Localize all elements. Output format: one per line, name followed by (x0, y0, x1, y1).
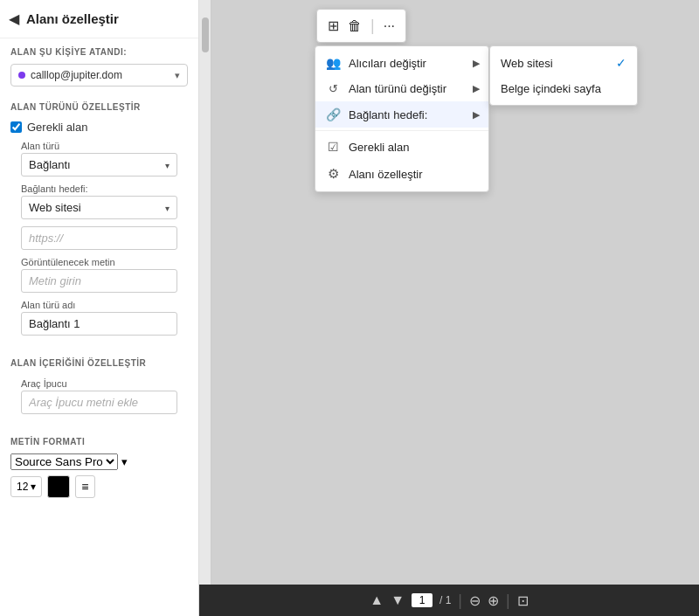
align-icon[interactable]: ≡ (75, 475, 94, 498)
context-menu: 👥 Alıcıları değiştir ▶ ↺ Alan türünü değ… (315, 45, 489, 192)
bottom-separator: | (458, 592, 462, 610)
field-type-name-label: Alan türü adı (21, 300, 177, 310)
menu-item-recipients-label: Alıcıları değiştir (349, 57, 426, 70)
scrollbar[interactable] (199, 0, 211, 585)
field-type-name-input[interactable] (21, 312, 177, 336)
content-label: ALAN İÇERİĞİNİ ÖZELLEŞTİR (0, 350, 198, 371)
tooltip-group: Araç İpucu (21, 378, 177, 414)
content-section: Araç İpucu (0, 371, 198, 428)
color-swatch[interactable] (47, 475, 70, 498)
sub-menu-website-label: Web sitesi (501, 57, 553, 70)
scroll-thumb (202, 17, 209, 52)
link-target-label: Bağlantı hedefi: (21, 183, 177, 194)
menu-item-required[interactable]: ☑ Gerekli alan (315, 134, 488, 160)
floating-toolbar: ⊞ 🗑 | ··· (316, 9, 406, 43)
display-text-label: Görüntülenecek metin (21, 257, 177, 267)
zoom-out-icon[interactable]: ⊖ (469, 592, 481, 609)
tooltip-label: Araç İpucu (21, 378, 177, 389)
field-type-group: Alan türü Bağlantı ▾ (21, 141, 177, 176)
field-type-name-group: Alan türü adı (21, 300, 177, 336)
menu-item-field-type-label: Alan türünü değiştir (349, 82, 446, 95)
canvas-area: ⊞ 🗑 | ··· 👥 Alıcıları değiştir ▶ ↺ Alan … (211, 0, 699, 585)
assigned-email-row[interactable]: calllop@jupiter.dom ▾ (10, 64, 188, 87)
field-type-arrow: ▶ (473, 83, 480, 94)
zoom-in-icon[interactable]: ⊕ (488, 592, 499, 609)
font-select[interactable]: Source Sans Pro (10, 453, 118, 470)
menu-item-required-label: Gerekli alan (349, 141, 409, 154)
assignee-dot (18, 72, 25, 79)
page-input[interactable] (412, 593, 433, 607)
menu-divider (315, 130, 488, 131)
left-panel: ◀ Alanı özelleştir ALAN ŞU KİŞİYE ATANDI… (0, 0, 199, 616)
link-target-group: Bağlantı hedefi: Web sitesi ▾ (21, 183, 177, 219)
panel-title: Alanı özelleştir (26, 11, 119, 26)
toolbar-more-icon[interactable]: ··· (384, 18, 395, 34)
format-label: METİN FORMATI (0, 428, 198, 450)
format-row: 12 ▾ ≡ (10, 475, 188, 498)
menu-item-customize-label: Alanı özelleştir (349, 168, 423, 181)
tooltip-input[interactable] (21, 391, 177, 414)
sub-menu-item-website[interactable]: Web sitesi ✓ (490, 50, 637, 76)
website-check: ✓ (616, 56, 626, 70)
required-checkbox[interactable] (10, 121, 22, 133)
bottom-bar: ▲ ▼ / 1 | ⊖ ⊕ | ⊡ (199, 585, 699, 616)
assignee-email: calllop@jupiter.dom (31, 69, 175, 81)
sub-menu-item-page[interactable]: Belge içindeki sayfa (490, 76, 637, 101)
panel-header: ◀ Alanı özelleştir (0, 0, 198, 38)
toolbar-separator: | (370, 17, 375, 35)
customize-icon: ⚙ (326, 166, 340, 182)
back-icon[interactable]: ◀ (9, 10, 19, 27)
menu-item-field-type[interactable]: ↺ Alan türünü değiştir ▶ (315, 76, 488, 101)
display-text-input[interactable] (21, 269, 177, 293)
format-section: Source Sans Pro ▾ 12 ▾ ≡ (0, 450, 198, 505)
recipients-arrow: ▶ (473, 58, 480, 69)
bottom-separator2: | (506, 592, 510, 610)
required-label: Gerekli alan (27, 121, 87, 134)
menu-item-recipients[interactable]: 👥 Alıcıları değiştir ▶ (315, 50, 488, 76)
scroll-down-icon[interactable]: ▼ (391, 592, 405, 608)
toolbar-copy-icon[interactable]: ⊞ (328, 17, 339, 34)
font-size-value: 12 (17, 481, 28, 493)
assignee-chevron: ▾ (175, 70, 180, 81)
required-icon: ☑ (326, 140, 340, 154)
menu-item-link-target[interactable]: 🔗 Bağlantı hedefi: ▶ (315, 101, 488, 128)
customize-label: ALAN TÜRÜNÜ ÖZELLEŞTİR (0, 93, 198, 115)
font-size-select[interactable]: 12 ▾ (10, 476, 42, 497)
field-type-icon: ↺ (326, 82, 340, 95)
scroll-up-icon[interactable]: ▲ (370, 592, 384, 608)
sub-menu-page-label: Belge içindeki sayfa (501, 82, 601, 95)
url-group (21, 226, 177, 250)
field-type-select-wrapper[interactable]: Bağlantı ▾ (21, 153, 177, 176)
field-type-select[interactable]: Bağlantı (22, 154, 176, 176)
url-input[interactable] (21, 226, 177, 250)
toolbar-delete-icon[interactable]: 🗑 (348, 18, 362, 34)
font-size-chevron: ▾ (31, 481, 36, 493)
link-target-select[interactable]: Web sitesi (22, 197, 176, 218)
menu-item-customize[interactable]: ⚙ Alanı özelleştir (315, 160, 488, 188)
link-target-select-wrapper[interactable]: Web sitesi ▾ (21, 196, 177, 219)
link-target-icon: 🔗 (326, 107, 340, 121)
assigned-label: ALAN ŞU KİŞİYE ATANDI: (0, 38, 198, 60)
display-text-group: Görüntülenecek metin (21, 257, 177, 293)
sub-menu: Web sitesi ✓ Belge içindeki sayfa (489, 45, 638, 106)
customize-section: Gerekli alan Alan türü Bağlantı ▾ Bağlan… (0, 115, 198, 350)
font-chevron: ▾ (121, 455, 128, 468)
fit-icon[interactable]: ⊡ (517, 592, 529, 609)
field-type-label: Alan türü (21, 141, 177, 151)
page-total: / 1 (439, 594, 451, 606)
menu-item-link-target-label: Bağlantı hedefi: (349, 108, 427, 121)
required-field-row: Gerekli alan (10, 121, 188, 134)
font-select-wrapper[interactable]: Source Sans Pro ▾ (10, 453, 188, 470)
link-target-arrow: ▶ (473, 109, 480, 121)
recipients-icon: 👥 (326, 56, 340, 70)
